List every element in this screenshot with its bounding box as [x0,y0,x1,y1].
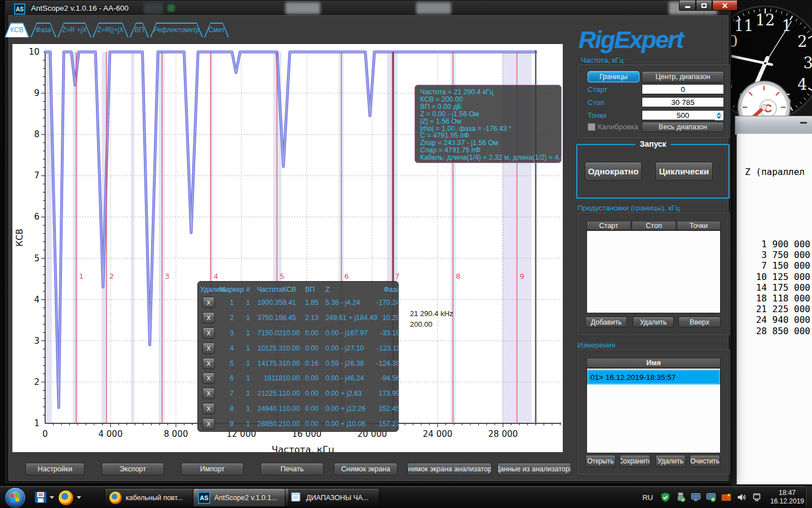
task-button-firefox[interactable]: кабельный повт... [104,488,199,507]
tab-Z=R +jX[interactable]: Z=R +jX [58,23,91,37]
marker-table-row: X4110125.310.000.000.00 - j27.10-123.11 [200,340,397,356]
maximize-button[interactable] [696,1,712,11]
presets-header-start[interactable]: Старт [586,221,631,230]
delete-marker-button[interactable]: X [202,312,215,323]
trace-number: 1 [244,389,252,397]
presets-header-stop[interactable]: Стоп [632,221,676,230]
import-button[interactable]: Импорт [181,463,244,475]
screenshot-button[interactable]: Снимок экрана [334,463,398,475]
y-tick-label: 3 [34,336,39,346]
quicklaunch-firefox-dropdown-icon[interactable] [77,496,81,499]
quicklaunch-save-icon[interactable] [34,491,47,506]
marker-table-header-cell: Z [323,286,375,294]
delete-marker-button[interactable]: X [202,403,215,414]
marker-phase: 173.99 [375,389,399,397]
usb-check-icon[interactable] [676,492,686,502]
display-icon[interactable] [691,492,701,502]
quicklaunch-save-dropdown-icon[interactable] [50,496,54,499]
points-input[interactable]: 500 [642,110,724,120]
measurement-open-button[interactable]: Открыть [585,455,616,467]
cursor-swr: 200.00 [410,319,453,330]
spinner-up-icon[interactable] [717,112,721,115]
tab-КСВ[interactable]: КСВ [5,23,29,37]
frequency-line: 28 850 000 [737,326,810,336]
center-span-button[interactable]: Центр, диапазон [642,71,724,82]
preset-add-button[interactable]: Добавить [585,317,627,327]
start-button[interactable] [5,487,26,508]
tab-Рефлектометр[interactable]: Рефлектометр [150,23,203,37]
marker-table-header-cell: КСВ [283,286,305,294]
marker-frequency: 28850.2 [252,420,283,428]
run-single-button[interactable]: Однократно [585,162,642,181]
marker-rl: 0.00 [305,329,323,337]
settings-button[interactable]: Настройки [25,463,85,475]
preset-up-button[interactable]: Вверх [678,317,721,327]
points-spinner[interactable] [715,111,723,120]
x-tick-label: 4 000 [99,429,123,439]
cursor-frequency: 21 290.4 kHz [410,308,453,319]
clock-numeral: 3 [803,54,812,72]
stop-input[interactable]: 30 785 [642,97,724,107]
notepad-window-titlebar[interactable] [735,116,812,135]
run-cyclic-button[interactable]: Циклически [655,162,713,181]
measurements-list[interactable]: 01> 16.12.2019-18:35:57 [586,368,721,453]
marker-rl: 0.16 [305,360,323,367]
quicklaunch-firefox-icon[interactable] [59,491,73,505]
marker-phase: 157.27 [375,420,399,428]
speaker-icon[interactable] [736,492,747,502]
language-indicator[interactable]: RU [642,493,653,502]
notepad-window[interactable]: Z (параллел 1 900 0003 750 0007 150 0001… [736,134,812,484]
show-desktop-button[interactable] [805,486,812,508]
marker-number: 8 [219,405,244,413]
titlebar[interactable]: AS AntScope2 v.1.0.16 - AA-600 [5,1,732,16]
delete-marker-button[interactable]: X [202,327,215,339]
marker-swr: 10.00 [283,389,305,397]
marker-table-header-cell: Удалить [200,286,219,294]
marker-rl: 0.00 [305,405,323,413]
delete-marker-button[interactable]: X [202,358,215,369]
tab-Смит[interactable]: Смит [204,23,229,37]
spinner-down-icon[interactable] [717,116,721,119]
delete-marker-button[interactable]: X [202,297,215,308]
task-button-notepad[interactable]: ДИАПАЗОНЫ ЧА... [285,488,379,507]
presets-list[interactable] [586,230,721,313]
start-input[interactable]: 0 [642,84,724,94]
preset-delete-button[interactable]: Удалить [633,317,674,327]
clock-numeral: 12 [756,11,775,29]
close-button[interactable] [712,1,738,11]
minimize-icon[interactable] [800,122,807,124]
measurement-clear-button[interactable]: Очистить [690,455,720,467]
taskbar-clock[interactable]: 18:47 16.12.2019 [770,489,804,506]
marker-table-row: X7121225.110.000.000.00 + j2.63173.99 [200,386,397,401]
delete-marker-button[interactable]: X [202,343,215,354]
tab-Z=R||+jX[interactable]: Z=R||+jX [92,23,129,37]
bounds-button[interactable]: Границы [588,71,639,82]
marker-rl: 0.00 [305,420,323,428]
firewall-icon[interactable] [721,492,731,502]
task-button-antscope[interactable]: ASAntScope2 v.1.0.1... [193,488,289,507]
measurement-delete-button[interactable]: Удалить [655,455,686,467]
analyzer-screenshot-button[interactable]: Снимок экрана анализатора [407,463,492,475]
minimize-button[interactable] [679,1,696,11]
delete-marker-button[interactable]: X [202,418,215,430]
marker-impedance: 0.00 + j2.63 [323,389,375,397]
full-range-button[interactable]: Весь диапазон [642,122,724,132]
measurement-save-button[interactable]: Сохранить [620,455,650,467]
ethernet-icon[interactable] [752,492,762,502]
trace-number: 1 [244,314,252,322]
print-button[interactable]: Печать [261,463,324,475]
delete-marker-button[interactable]: X [202,373,215,384]
analyzer-data-button[interactable]: Данные из анализатора [497,463,571,475]
shield-check-icon[interactable] [660,492,670,502]
calibration-checkbox[interactable] [588,123,595,131]
export-button[interactable]: Экспорт [102,463,164,475]
display-network-icon[interactable] [706,492,716,502]
delete-marker-button[interactable]: X [202,388,215,399]
measurements-name-header[interactable]: Имя [586,358,721,368]
marker-impedance: 249.61 + j184.49 [323,314,375,322]
marker-frequency: 7150.02 [252,329,283,337]
tab-ВП[interactable]: ВП [130,23,149,37]
measurement-item-selected[interactable]: 01> 16.12.2019-18:35:57 [587,370,720,384]
tab-Фаза[interactable]: Фаза [30,23,56,37]
presets-header-points[interactable]: Точки [677,221,721,230]
